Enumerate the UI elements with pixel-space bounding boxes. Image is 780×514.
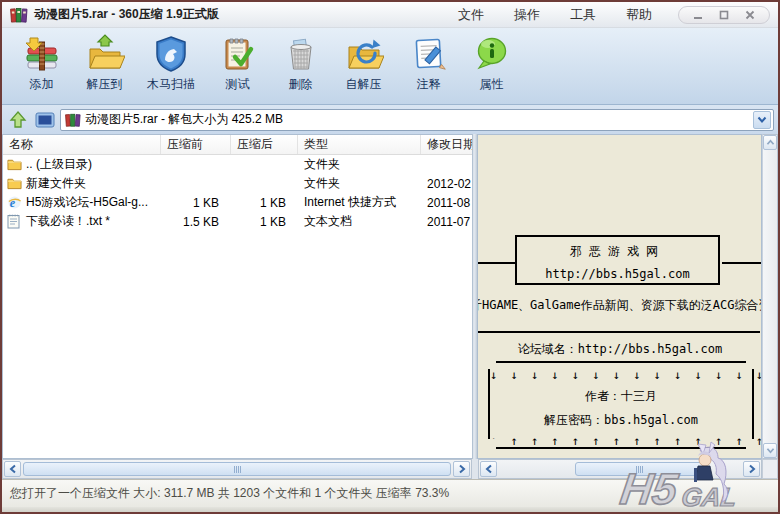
comment-vertical-scrollbar[interactable] xyxy=(762,134,778,459)
toolbar-button-label: 注释 xyxy=(417,76,441,93)
file-name: .. (上级目录) xyxy=(26,156,92,173)
comment-decoration-line xyxy=(722,262,762,264)
window-bottom-edge xyxy=(2,507,778,512)
scroll-right-button[interactable] xyxy=(453,461,470,477)
file-type: 文件夹 xyxy=(298,175,421,192)
file-list-pane: 名称 压缩前 压缩后 类型 修改日期 .. (上级目录) 文件夹 xyxy=(2,134,472,459)
comment-box-notch xyxy=(486,439,496,449)
extract-to-button[interactable]: 解压到 xyxy=(73,34,136,100)
scroll-left-button[interactable] xyxy=(480,461,497,477)
scroll-left-button[interactable] xyxy=(4,461,21,477)
folder-icon xyxy=(7,157,22,172)
rar-books-icon xyxy=(65,112,81,128)
list-header: 名称 压缩前 压缩后 类型 修改日期 xyxy=(3,135,472,155)
chevron-left-icon xyxy=(485,464,493,474)
up-arrow-icon xyxy=(8,110,28,130)
archive-comment-pane: 邪恶游戏网 http://bbs.h5gal.com 斤HGAME、GalGam… xyxy=(478,134,762,459)
comment-box-notch xyxy=(746,359,756,369)
view-panel-icon xyxy=(34,110,56,130)
comment-password-line: 解压密码：bbs.h5gal.com xyxy=(490,412,752,429)
comment-button[interactable]: 注释 xyxy=(397,34,460,100)
scrollbar-thumb[interactable] xyxy=(23,462,451,476)
folder-icon xyxy=(7,176,22,191)
chevron-left-icon xyxy=(9,464,17,474)
file-type: 文本文档 xyxy=(298,213,421,230)
add-button[interactable]: 添加 xyxy=(10,34,73,100)
trojan-scan-shield-icon xyxy=(151,34,191,74)
file-size-before: 1 KB xyxy=(161,196,231,210)
up-directory-button[interactable] xyxy=(6,108,30,132)
menu-file[interactable]: 文件 xyxy=(458,6,484,24)
view-toggle-button[interactable] xyxy=(33,108,57,132)
scroll-right-button[interactable] xyxy=(743,461,760,477)
properties-button[interactable]: 属性 xyxy=(460,34,523,100)
text-document-icon xyxy=(7,214,22,229)
toolbar-button-label: 属性 xyxy=(480,76,504,93)
file-size-before: 1.5 KB xyxy=(161,215,231,229)
test-checklist-icon xyxy=(218,34,258,74)
arrows-up-row: ↑ ↑ ↑ ↑ ↑ ↑ ↑ ↑ ↑ ↑ ↑ ↑ ↑ ↑ ↑ ↑ ↑ ↑ ↑ xyxy=(490,434,752,448)
minimize-button[interactable] xyxy=(687,8,709,21)
self-extract-button[interactable]: 自解压 xyxy=(332,34,395,100)
comment-site-url: http://bbs.h5gal.com xyxy=(517,267,718,281)
column-header-date[interactable]: 修改日期 xyxy=(421,135,472,154)
comment-decoration-line xyxy=(478,262,515,264)
chevron-right-icon xyxy=(748,464,756,474)
address-field[interactable]: 动漫图片5.rar - 解包大小为 425.2 MB xyxy=(60,109,774,131)
toolbar-button-label: 解压到 xyxy=(87,76,123,93)
chevron-up-icon xyxy=(766,139,775,146)
menu-help[interactable]: 帮助 xyxy=(626,6,652,24)
file-name: 下载必读！.txt * xyxy=(26,213,110,230)
main-area: 名称 压缩前 压缩后 类型 修改日期 .. (上级目录) 文件夹 xyxy=(2,134,778,459)
scrollbar-corner xyxy=(762,459,778,479)
file-list-hscrollbar[interactable] xyxy=(2,459,472,479)
maximize-button[interactable] xyxy=(713,8,735,21)
file-row-parent-dir[interactable]: .. (上级目录) 文件夹 xyxy=(3,155,472,174)
arrows-down-row: ↓ ↓ ↓ ↓ ↓ ↓ ↓ ↓ ↓ ↓ ↓ ↓ ↓ ↓ ↓ ↓ ↓ ↓ ↓ xyxy=(490,368,752,382)
file-row-shortcut[interactable]: e H5游戏论坛-H5Gal-g... 1 KB 1 KB Internet 快… xyxy=(3,193,472,212)
comment-divider-rule xyxy=(478,331,760,333)
address-path-text: 动漫图片5.rar - 解包大小为 425.2 MB xyxy=(85,111,753,128)
file-date: 2011-07 xyxy=(421,215,472,229)
file-row-new-folder[interactable]: 新建文件夹 文件夹 2012-02 xyxy=(3,174,472,193)
properties-info-icon xyxy=(472,34,512,74)
add-archive-icon xyxy=(22,34,62,74)
scroll-down-button[interactable] xyxy=(763,443,777,458)
chevron-right-icon xyxy=(458,464,466,474)
self-extract-icon xyxy=(344,34,384,74)
file-size-after: 1 KB xyxy=(231,215,298,229)
toolbar: 添加 解压到 木马扫描 xyxy=(2,28,778,105)
menu-tools[interactable]: 工具 xyxy=(570,6,596,24)
menu-actions[interactable]: 操作 xyxy=(514,6,540,24)
comment-forum-line: 论坛域名：http://bbs.h5gal.com xyxy=(478,341,762,358)
comment-hscrollbar[interactable] xyxy=(478,459,762,479)
svg-text:e: e xyxy=(10,196,16,210)
window-title: 动漫图片5.rar - 360压缩 1.9正式版 xyxy=(34,6,219,23)
toolbar-button-label: 删除 xyxy=(289,76,313,93)
minimize-icon xyxy=(693,10,703,20)
file-name: 新建文件夹 xyxy=(26,175,86,192)
status-text: 您打开了一个压缩文件 大小: 311.7 MB 共 1203 个文件和 1 个文… xyxy=(10,485,449,502)
file-row-readme[interactable]: 下载必读！.txt * 1.5 KB 1 KB 文本文档 2011-07 xyxy=(3,212,472,231)
scroll-up-button[interactable] xyxy=(763,135,777,150)
toolbar-button-label: 测试 xyxy=(226,76,250,93)
test-button[interactable]: 测试 xyxy=(206,34,269,100)
title-bar: 动漫图片5.rar - 360压缩 1.9正式版 文件 操作 工具 帮助 xyxy=(2,2,778,28)
column-header-size-before[interactable]: 压缩前 xyxy=(161,135,231,154)
comment-description-line: 斤HGAME、GalGame作品新闻、资源下载的泛ACG综合资 xyxy=(478,297,762,314)
address-dropdown-button[interactable] xyxy=(753,111,771,129)
scrollbar-thumb[interactable] xyxy=(575,462,703,476)
column-header-type[interactable]: 类型 xyxy=(298,135,421,154)
toolbar-button-label: 木马扫描 xyxy=(147,76,195,93)
column-header-size-after[interactable]: 压缩后 xyxy=(231,135,298,154)
comment-site-box: 邪恶游戏网 http://bbs.h5gal.com xyxy=(515,235,720,285)
comment-site-name: 邪恶游戏网 xyxy=(517,243,718,260)
chevron-down-icon xyxy=(766,447,775,454)
delete-button[interactable]: 删除 xyxy=(269,34,332,100)
toolbar-button-label: 添加 xyxy=(30,76,54,93)
trojan-scan-button[interactable]: 木马扫描 xyxy=(136,34,206,100)
column-header-name[interactable]: 名称 xyxy=(3,135,161,154)
file-type: Internet 快捷方式 xyxy=(298,194,421,211)
close-button[interactable] xyxy=(739,8,761,21)
address-bar: 动漫图片5.rar - 解包大小为 425.2 MB xyxy=(2,105,778,134)
